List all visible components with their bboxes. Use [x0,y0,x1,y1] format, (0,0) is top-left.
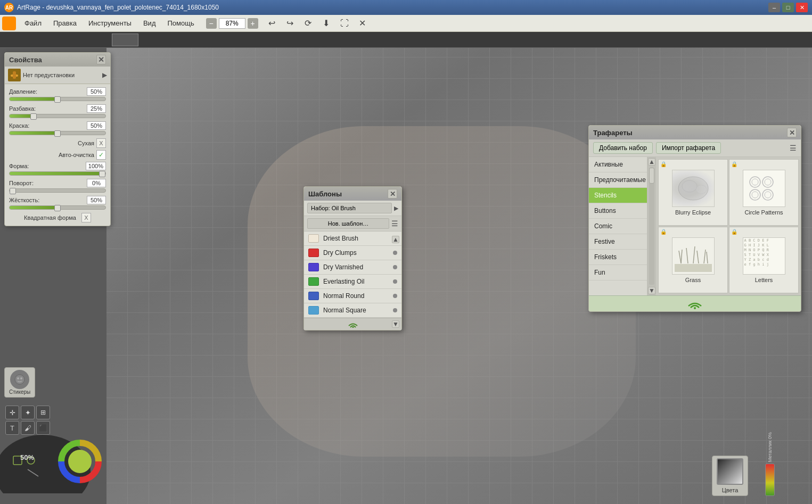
template-item-dryclumps[interactable]: Dry Clumps [304,246,401,260]
templates-set-button[interactable]: Набор: Oil Brush [307,203,392,213]
svg-line-27 [686,248,688,263]
properties-close[interactable]: ✕ [96,55,106,64]
template-icon-dryvarnished [308,263,319,271]
zoom-out-button[interactable]: − [206,18,217,29]
menu-tools[interactable]: Инструменты [83,18,137,29]
menu-file[interactable]: Файл [19,18,47,29]
templates-close[interactable]: ✕ [388,189,397,199]
close-canvas-button[interactable]: ✕ [355,16,370,31]
stencil-cat-comic[interactable]: Comic [589,219,647,234]
select-tool[interactable]: ⊞ [36,406,50,419]
template-item-normalsquare[interactable]: Normal Square [304,303,401,318]
dry-checkbox[interactable]: X [96,138,106,148]
pressure-value: 50% [87,87,106,96]
color-palette-label: Цвета [722,487,739,493]
template-item-normalround[interactable]: Normal Round [304,289,401,303]
paint-slider[interactable] [9,131,106,135]
fill-tool[interactable]: ⬛ [36,421,50,435]
menu-help[interactable]: Помощь [162,18,199,29]
templates-scroll-up-arrow[interactable]: ▲ [392,236,399,243]
shape-row: Форма: 100% [9,162,106,176]
templates-scroll-down-arrow[interactable]: ▼ [392,320,399,328]
stencil-cat-festive[interactable]: Festive [589,234,647,250]
template-icon-driest [308,234,319,243]
menu-view[interactable]: Вид [138,18,161,29]
paint-label: Краска: [9,122,29,129]
stencil-cat-preferred[interactable]: Предпочитаемые [589,172,647,188]
template-icon-everlasting [308,277,319,286]
svg-point-22 [762,189,773,200]
menu-logo [2,16,16,30]
templates-header: Шаблоны ✕ [304,187,401,201]
stencil-cat-buttons[interactable]: Buttons [589,203,647,219]
pressure-row: Давление: 50% [9,87,106,101]
stencils-add-button[interactable]: Добавить набор [593,142,653,154]
stencil-grass[interactable]: 🔒 [658,227,728,293]
fullscreen-button[interactable]: ⛶ [337,16,352,31]
hardness-slider[interactable] [9,205,106,210]
stencils-scroll-up[interactable]: ▲ [648,158,655,166]
stencils-scroll-col: ▲ ▼ [647,157,656,295]
template-label-normalsquare: Normal Square [323,307,389,314]
crosshair-tool[interactable]: ✛ [5,406,19,419]
templates-list-icon[interactable]: ☰ [391,219,398,228]
template-dot-dryvarnished [393,265,397,269]
metal-meter: Металлик 0% [765,432,775,496]
tool-icons-grid: ✛ ✦ ⊞ T 🖌 ⬛ [5,406,50,435]
stencil-blurry-eclipse[interactable]: 🔒 Blurry Eclipse [658,159,728,226]
preset-expand-icon[interactable]: ▶ [102,71,107,79]
blurry-eclipse-svg [675,172,712,204]
thumb-1[interactable] [112,34,138,46]
shape-slider[interactable] [9,171,106,176]
template-label-driest: Driest Brush [323,235,389,242]
stencil-cat-stencils[interactable]: Stencils [589,188,647,203]
menu-edit[interactable]: Правка [48,18,82,29]
stencils-scroll-down[interactable]: ▼ [648,287,655,294]
stickers-panel[interactable]: Стикеры [4,367,35,398]
template-dot-normalround [393,294,397,298]
refresh-button[interactable]: ⟳ [301,16,316,31]
template-dot-dryclumps [393,251,397,255]
minimize-button[interactable]: – [768,3,780,12]
svg-point-12 [352,327,354,328]
stencil-cat-fun[interactable]: Fun [589,265,647,280]
stencils-import-button[interactable]: Импорт рафарета [656,142,721,154]
maximize-button[interactable]: □ [782,3,794,12]
svg-rect-2 [13,71,16,79]
rotation-slider[interactable] [9,188,106,193]
template-item-everlasting[interactable]: Everlasting Oil [304,275,401,289]
brush-tool[interactable]: 🖌 [21,421,35,435]
svg-rect-24 [675,264,712,272]
stencils-list-icon[interactable]: ☰ [790,144,797,152]
template-item-driest[interactable]: Driest Brush [304,232,401,246]
properties-title: Свойства [9,56,42,64]
metal-label: Металлик 0% [767,432,773,462]
templates-new-button[interactable]: Нов. шаблон… [307,218,389,229]
stencil-letters[interactable]: 🔒 A B C D E FG H I J K LM N O P Q RS T U… [729,227,799,293]
square-form-checkbox[interactable]: X [81,213,91,222]
auto-clean-checkbox[interactable]: ✓ [96,150,106,160]
template-label-everlasting: Everlasting Oil [323,278,389,285]
close-button[interactable]: ✕ [796,3,808,12]
template-item-dryvarnished[interactable]: Dry Varnished [304,260,401,275]
text-tool[interactable]: T [5,421,19,435]
stencil-circle-patterns[interactable]: 🔒 [729,159,799,226]
stencils-body: Активные Предпочитаемые Stencils Buttons… [589,157,801,295]
color-swatch-main[interactable] [717,458,743,485]
download-button[interactable]: ⬇ [319,16,334,31]
move-tool[interactable]: ✦ [21,406,35,419]
template-label-dryvarnished: Dry Varnished [323,263,389,271]
stencil-cat-friskets[interactable]: Friskets [589,250,647,265]
stencil-cat-active[interactable]: Активные [589,157,647,172]
stencils-scroll-thumb[interactable] [649,168,654,184]
templates-set-arrow-icon[interactable]: ▶ [394,205,398,212]
undo-button[interactable]: ↩ [265,16,280,31]
stencils-close[interactable]: ✕ [787,128,797,137]
properties-header: Свойства ✕ [5,53,110,67]
pressure-slider[interactable] [9,97,106,101]
zoom-in-button[interactable]: + [248,18,258,29]
redo-button[interactable]: ↪ [283,16,298,31]
metal-bar [765,464,775,496]
stencils-panel: Трафареты ✕ Добавить набор Импорт рафаре… [588,125,801,312]
dilution-slider[interactable] [9,114,106,118]
